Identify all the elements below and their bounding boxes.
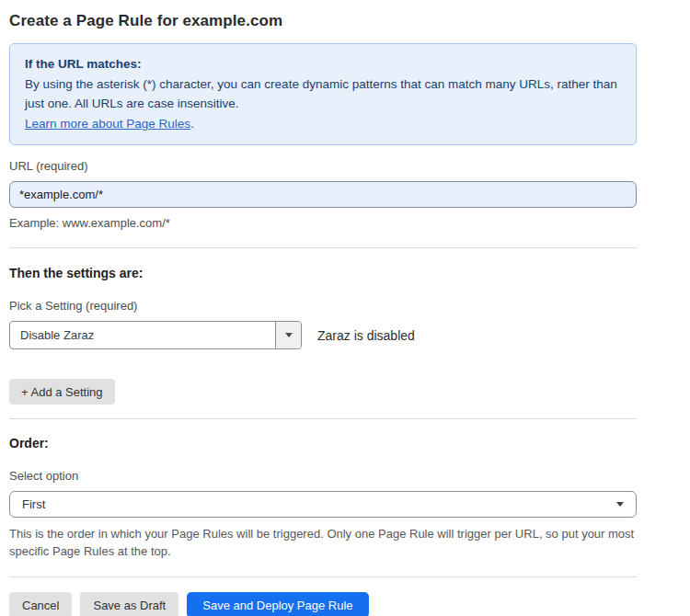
cancel-button[interactable]: Cancel [9, 592, 72, 616]
setting-row: Disable Zaraz Zaraz is disabled [9, 321, 637, 349]
setting-select[interactable]: Disable Zaraz [9, 321, 302, 349]
settings-section-heading: Then the settings are: [9, 266, 637, 280]
setting-select-arrow-button[interactable] [275, 322, 301, 348]
page-title: Create a Page Rule for example.com [9, 12, 637, 30]
setting-select-value: Disable Zaraz [10, 322, 275, 348]
order-helper-text: This is the order in which your Page Rul… [9, 525, 637, 560]
footer-actions: Cancel Save as Draft Save and Deploy Pag… [9, 592, 637, 616]
page-rule-form: Create a Page Rule for example.com If th… [9, 12, 637, 616]
dropdown-arrow-icon [285, 333, 293, 337]
order-select[interactable]: First [9, 491, 637, 518]
url-field-label: URL (required) [9, 159, 637, 173]
url-input[interactable] [9, 181, 637, 208]
save-as-draft-button[interactable]: Save as Draft [80, 592, 178, 616]
add-setting-button[interactable]: + Add a Setting [9, 379, 115, 405]
url-matches-info-box: If the URL matches: By using the asteris… [9, 43, 637, 145]
link-suffix: . [190, 117, 194, 131]
divider [9, 418, 637, 419]
order-select-label: Select option [9, 469, 637, 483]
info-link-line: Learn more about Page Rules. [25, 114, 621, 133]
dropdown-arrow-icon [616, 502, 624, 507]
learn-more-link[interactable]: Learn more about Page Rules [25, 117, 190, 131]
info-box-body: By using the asterisk (*) character, you… [25, 74, 621, 113]
info-box-heading: If the URL matches: [25, 54, 621, 74]
zaraz-status-text: Zaraz is disabled [317, 328, 415, 343]
divider [9, 576, 637, 577]
divider [9, 247, 637, 248]
url-example-helper: Example: www.example.com/* [9, 214, 637, 232]
save-and-deploy-button[interactable]: Save and Deploy Page Rule [187, 592, 368, 616]
order-section-heading: Order: [9, 436, 637, 451]
order-select-value: First [22, 497, 616, 511]
pick-setting-label: Pick a Setting (required) [9, 299, 637, 313]
